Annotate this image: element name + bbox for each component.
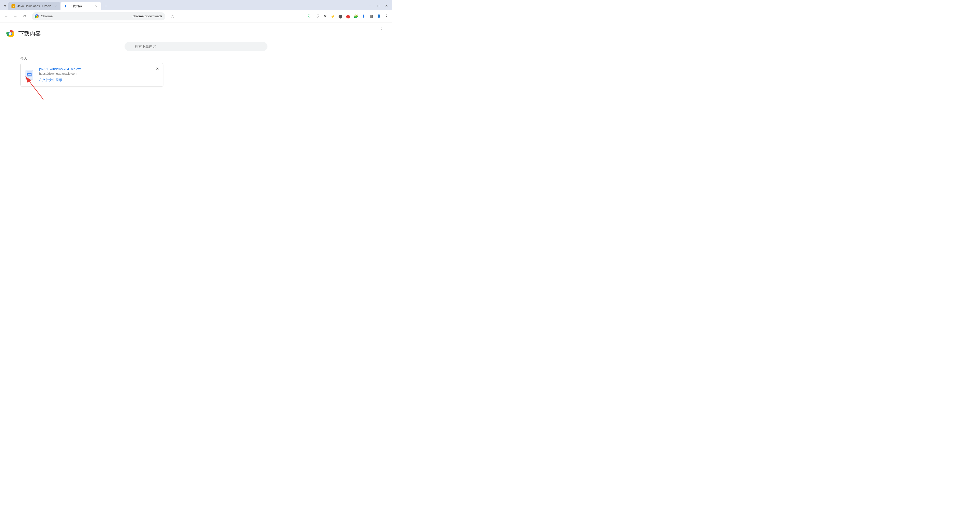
sidebar-button[interactable]: ▤ bbox=[368, 13, 375, 20]
extensions-area: 🛡 🛡 ✕ ⚡ ⬤ ⬤ 🧩 ⬇ ▤ 👤 ⋮ bbox=[306, 13, 390, 20]
card-close-button[interactable]: ✕ bbox=[154, 65, 161, 72]
page-menu-button[interactable]: ⋮ bbox=[378, 24, 386, 32]
titlebar: ▼ J Java Downloads | Oracle ✕ ⬇ 下载内容 ✕ +… bbox=[0, 0, 392, 10]
address-text: Chrome bbox=[41, 14, 130, 18]
chrome-menu-button[interactable]: ⋮ bbox=[383, 13, 390, 20]
svg-rect-12 bbox=[28, 74, 31, 75]
svg-point-7 bbox=[9, 32, 11, 35]
tab-close-downloads[interactable]: ✕ bbox=[94, 4, 98, 8]
section-today-label: 今天 bbox=[21, 56, 372, 61]
download-card: jdk-21_windows-x64_bin.exe https://downl… bbox=[21, 63, 163, 87]
chrome-icon bbox=[35, 14, 39, 18]
tab-label-java: Java Downloads | Oracle bbox=[18, 4, 51, 8]
reload-button[interactable]: ↻ bbox=[21, 12, 29, 21]
extension-shield-green[interactable]: 🛡 bbox=[306, 13, 313, 20]
tab-java-downloads[interactable]: J Java Downloads | Oracle ✕ bbox=[8, 2, 60, 10]
toolbar: ← → ↻ Chrome chrome://downloads ☆ 🛡 🛡 ✕ … bbox=[0, 10, 392, 22]
tab-close-java[interactable]: ✕ bbox=[53, 4, 57, 8]
extension-star[interactable]: ⚡ bbox=[329, 13, 336, 20]
bookmark-button[interactable]: ☆ bbox=[169, 12, 177, 21]
page-header: 下载内容 bbox=[0, 27, 392, 42]
extension-x[interactable]: ✕ bbox=[321, 13, 329, 20]
extension-shield-gray[interactable]: 🛡 bbox=[314, 13, 321, 20]
close-button[interactable]: ✕ bbox=[383, 2, 390, 9]
minimize-button[interactable]: ─ bbox=[366, 2, 374, 9]
tab-label-downloads: 下载内容 bbox=[70, 4, 92, 8]
show-in-folder-button[interactable]: 在文件夹中显示 bbox=[39, 78, 62, 82]
extension-puzzle[interactable]: 🧩 bbox=[352, 13, 360, 20]
search-input[interactable] bbox=[124, 42, 267, 51]
page-content: 下载内容 🔍 ⋮ 今天 bbox=[0, 22, 392, 212]
tab-list-arrow[interactable]: ▼ bbox=[2, 3, 8, 10]
address-bar[interactable]: Chrome chrome://downloads bbox=[32, 12, 165, 21]
maximize-button[interactable]: □ bbox=[375, 2, 382, 9]
tab-favicon-downloads: ⬇ bbox=[64, 4, 68, 8]
download-file-icon bbox=[25, 70, 35, 80]
download-info: jdk-21_windows-x64_bin.exe https://downl… bbox=[39, 67, 159, 83]
downloads-section: 今天 jdk-21_windows-x64_bin.exe https://do… bbox=[0, 56, 392, 87]
back-button[interactable]: ← bbox=[2, 12, 10, 21]
forward-button[interactable]: → bbox=[11, 12, 19, 21]
svg-text:J: J bbox=[13, 5, 14, 8]
chrome-logo bbox=[6, 30, 14, 38]
downloads-button[interactable]: ⬇ bbox=[360, 13, 367, 20]
extension-circle[interactable]: ⬤ bbox=[337, 13, 344, 20]
window-controls: ─ □ ✕ bbox=[366, 2, 390, 9]
address-url: chrome://downloads bbox=[133, 14, 162, 18]
profile-button[interactable]: 👤 bbox=[375, 13, 382, 20]
new-tab-button[interactable]: + bbox=[102, 3, 110, 10]
download-source: https://download.oracle.com bbox=[39, 72, 159, 76]
extension-red[interactable]: ⬤ bbox=[345, 13, 352, 20]
download-filename[interactable]: jdk-21_windows-x64_bin.exe bbox=[39, 67, 159, 71]
page-title: 下载内容 bbox=[18, 30, 41, 38]
tab-favicon-java: J bbox=[11, 4, 15, 8]
tab-downloads[interactable]: ⬇ 下载内容 ✕ bbox=[60, 2, 101, 10]
